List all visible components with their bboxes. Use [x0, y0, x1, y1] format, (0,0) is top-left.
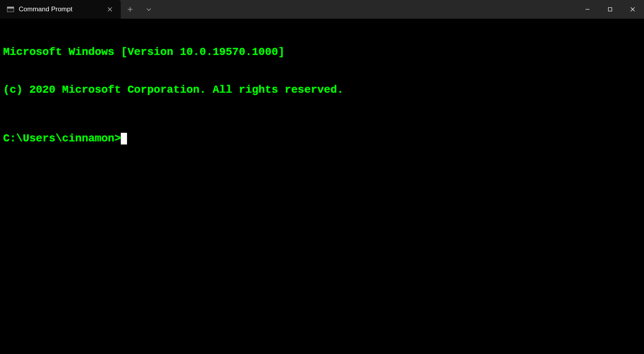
close-icon [630, 7, 635, 12]
terminal-cursor [121, 133, 127, 144]
terminal-line: Microsoft Windows [Version 10.0.19570.10… [3, 46, 641, 58]
minimize-icon [585, 7, 590, 12]
new-tab-button[interactable] [121, 0, 139, 19]
terminal-prompt-line: C:\Users\cinnamon> [3, 132, 641, 145]
maximize-icon [608, 7, 612, 12]
tab-dropdown-button[interactable] [139, 0, 158, 19]
terminal-icon [7, 7, 14, 12]
svg-rect-5 [609, 8, 612, 11]
tab-controls [121, 0, 158, 19]
close-tab-button[interactable] [104, 3, 116, 16]
plus-icon [127, 7, 133, 12]
terminal-prompt: C:\Users\cinnamon> [3, 132, 121, 145]
close-icon [108, 7, 112, 12]
close-window-button[interactable] [621, 0, 644, 19]
minimize-button[interactable] [576, 0, 599, 19]
chevron-down-icon [146, 7, 152, 12]
terminal-line: (c) 2020 Microsoft Corporation. All righ… [3, 84, 641, 96]
titlebar: Command Prompt [0, 0, 644, 19]
titlebar-drag-area[interactable] [158, 0, 576, 19]
tab-command-prompt[interactable]: Command Prompt [0, 0, 121, 19]
window-controls [576, 0, 644, 19]
maximize-button[interactable] [599, 0, 621, 19]
tab-title: Command Prompt [19, 5, 99, 13]
terminal-area[interactable]: Microsoft Windows [Version 10.0.19570.10… [0, 19, 644, 354]
